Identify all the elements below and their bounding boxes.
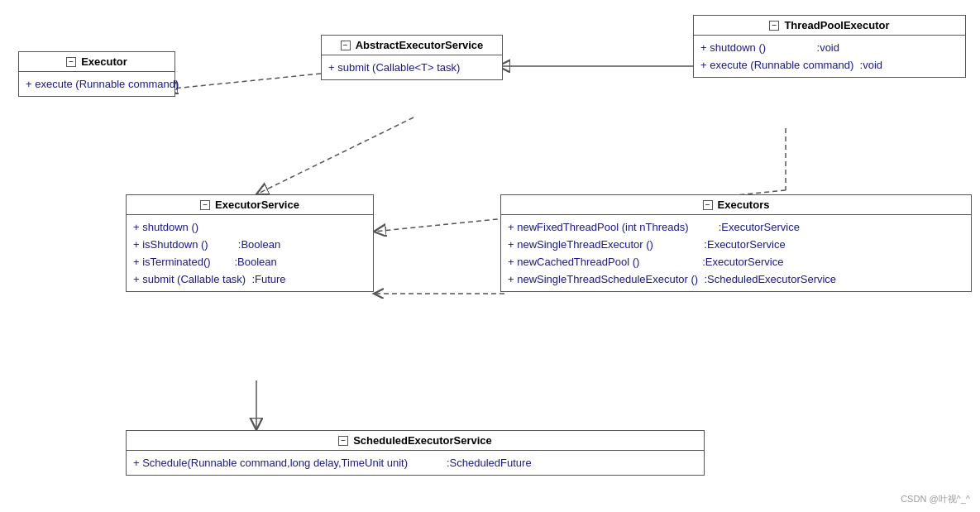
scheduled-header: − ScheduledExecutorService bbox=[127, 431, 704, 451]
executors-header: − Executors bbox=[501, 195, 971, 215]
threadpool-body: + shutdown () :void + execute (Runnable … bbox=[694, 36, 965, 77]
executorservice-box: − ExecutorService + shutdown () + isShut… bbox=[126, 194, 374, 292]
executorservice-minus: − bbox=[200, 200, 210, 210]
threadpool-title: ThreadPoolExecutor bbox=[784, 19, 889, 31]
executor-minus: − bbox=[66, 57, 76, 67]
executors-title: Executors bbox=[718, 199, 770, 211]
abstract-executor-body: + submit (Callable<T> task) bbox=[322, 55, 502, 79]
executorservice-header: − ExecutorService bbox=[127, 195, 373, 215]
abstract-executor-header: − AbstractExecutorService bbox=[322, 36, 502, 55]
abstract-executor-box: − AbstractExecutorService + submit (Call… bbox=[321, 35, 503, 80]
scheduled-body: + Schedule(Runnable command,long delay,T… bbox=[127, 451, 704, 475]
scheduled-title: ScheduledExecutorService bbox=[353, 434, 492, 447]
scheduled-minus: − bbox=[338, 436, 348, 446]
executor-method-1: + execute (Runnable command) bbox=[26, 75, 168, 93]
executors-method-2: + newSingleThreadExecutor () :ExecutorSe… bbox=[508, 236, 964, 253]
watermark: CSDN @叶视^_^ bbox=[901, 493, 970, 505]
abstract-executor-method-1: + submit (Callable<T> task) bbox=[328, 59, 495, 76]
svg-line-0 bbox=[165, 73, 329, 89]
executors-method-3: + newCachedThreadPool () :ExecutorServic… bbox=[508, 253, 964, 270]
threadpool-method-1: + shutdown () :void bbox=[700, 39, 958, 56]
threadpool-minus: − bbox=[769, 21, 779, 31]
executor-title: Executor bbox=[81, 55, 127, 68]
executor-header: − Executor bbox=[19, 52, 174, 72]
executorservice-body: + shutdown () + isShutdown () :Boolean +… bbox=[127, 215, 373, 291]
threadpool-method-2: + execute (Runnable command) :void bbox=[700, 56, 958, 74]
abstract-executor-title: AbstractExecutorService bbox=[356, 39, 484, 51]
executors-minus: − bbox=[703, 200, 713, 210]
executorservice-title: ExecutorService bbox=[215, 199, 299, 211]
executors-method-4: + newSingleThreadScheduleExecutor () :Sc… bbox=[508, 270, 964, 288]
executor-body: + execute (Runnable command) bbox=[19, 72, 174, 96]
executorservice-method-2: + isShutdown () :Boolean bbox=[133, 236, 366, 253]
threadpool-box: − ThreadPoolExecutor + shutdown () :void… bbox=[693, 15, 966, 78]
executorservice-method-1: + shutdown () bbox=[133, 218, 366, 236]
svg-line-2 bbox=[256, 117, 414, 194]
executors-body: + newFixedThreadPool (int nThreads) :Exe… bbox=[501, 215, 971, 291]
executors-method-1: + newFixedThreadPool (int nThreads) :Exe… bbox=[508, 218, 964, 236]
scheduled-method-1: + Schedule(Runnable command,long delay,T… bbox=[133, 454, 697, 471]
scheduled-box: − ScheduledExecutorService + Schedule(Ru… bbox=[126, 430, 705, 476]
executorservice-method-3: + isTerminated() :Boolean bbox=[133, 253, 366, 270]
threadpool-header: − ThreadPoolExecutor bbox=[694, 16, 965, 36]
executor-box: − Executor + execute (Runnable command) bbox=[18, 51, 175, 97]
abstract-executor-minus: − bbox=[341, 41, 351, 50]
executorservice-method-4: + submit (Callable task) :Future bbox=[133, 270, 366, 288]
executors-box: − Executors + newFixedThreadPool (int nT… bbox=[500, 194, 972, 292]
diagram-container: − Executor + execute (Runnable command) … bbox=[0, 0, 980, 512]
